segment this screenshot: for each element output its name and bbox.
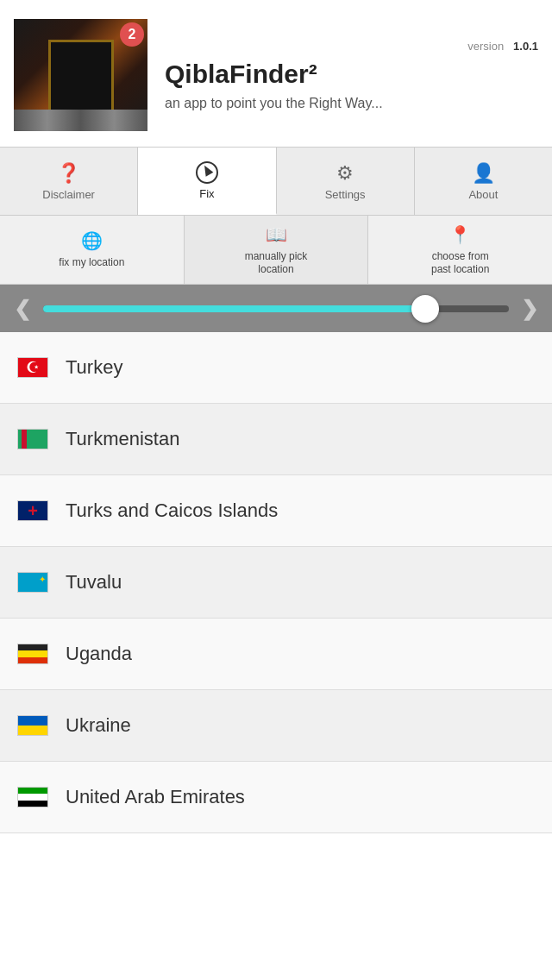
slider-fill <box>43 305 425 312</box>
nav-tabs: ❓ Disclaimer Fix ⚙ Settings 👤 About <box>0 147 552 216</box>
slider-track[interactable] <box>43 305 509 312</box>
disclaimer-icon: ❓ <box>57 162 80 185</box>
version-label: version <box>467 40 504 53</box>
flag-uae <box>17 787 48 807</box>
compass-icon <box>196 161 218 184</box>
fix-location-label: fix my location <box>59 256 124 268</box>
tab-disclaimer-label: Disclaimer <box>42 188 95 201</box>
version-number: 1.0.1 <box>513 40 538 53</box>
flag-turkmenistan <box>17 429 48 449</box>
country-name: Uganda <box>66 643 132 665</box>
app-logo-container: 2 <box>14 19 147 131</box>
flag-turkey <box>17 357 48 378</box>
app-title: QiblaFinder² <box>165 60 538 89</box>
list-item[interactable]: Uganda <box>0 619 552 690</box>
slider-container: ❮ ❯ <box>0 285 552 332</box>
flag-tuvalu <box>17 572 48 593</box>
book-icon: 📖 <box>266 224 287 245</box>
compass-arrow <box>201 163 214 176</box>
notification-badge: 2 <box>120 22 144 47</box>
country-name: Turkey <box>66 356 122 379</box>
country-name: Ukraine <box>66 714 131 737</box>
country-name: Tuvalu <box>66 571 122 594</box>
tab-settings[interactable]: ⚙ Settings <box>277 148 415 215</box>
country-name: Turkmenistan <box>66 428 179 450</box>
past-location-btn[interactable]: 📍 choose from past location <box>368 216 552 284</box>
list-item[interactable]: Ukraine <box>0 690 552 762</box>
slider-right-chevron[interactable]: ❯ <box>516 297 543 321</box>
app-header: 2 version 1.0.1 QiblaFinder² an app to p… <box>0 0 552 147</box>
fix-my-location-btn[interactable]: 🌐 fix my location <box>0 216 185 284</box>
list-item[interactable]: Tuvalu <box>0 547 552 619</box>
slider-left-chevron[interactable]: ❮ <box>9 297 36 321</box>
country-name: Turks and Caicos Islands <box>66 499 278 522</box>
list-item[interactable]: United Arab Emirates <box>0 762 552 833</box>
slider-thumb[interactable] <box>411 295 439 323</box>
tab-about-label: About <box>468 188 498 201</box>
tab-fix[interactable]: Fix <box>138 148 276 215</box>
app-subtitle: an app to point you the Right Way... <box>165 96 538 111</box>
flag-uganda <box>17 644 48 664</box>
country-list: Turkey Turkmenistan Turks and Caicos Isl… <box>0 332 552 833</box>
past-location-label: choose from past location <box>422 250 499 275</box>
list-item[interactable]: Turkmenistan <box>0 404 552 475</box>
list-item[interactable]: Turks and Caicos Islands <box>0 475 552 547</box>
settings-icon: ⚙ <box>336 162 354 185</box>
tab-settings-label: Settings <box>325 188 366 201</box>
flag-ukraine <box>17 715 48 736</box>
manually-pick-btn[interactable]: 📖 manually pick location <box>185 216 369 284</box>
list-item[interactable]: Turkey <box>0 332 552 404</box>
app-info: version 1.0.1 QiblaFinder² an app to poi… <box>147 40 538 111</box>
tab-disclaimer[interactable]: ❓ Disclaimer <box>0 148 138 215</box>
tab-fix-label: Fix <box>199 187 214 200</box>
version-line: version 1.0.1 <box>165 40 538 53</box>
tab-about[interactable]: 👤 About <box>415 148 552 215</box>
country-name: United Arab Emirates <box>66 786 245 808</box>
globe-icon: 🌐 <box>81 230 103 251</box>
manually-pick-label: manually pick location <box>237 250 315 275</box>
pin-icon: 📍 <box>449 224 471 245</box>
sub-nav: 🌐 fix my location 📖 manually pick locati… <box>0 216 552 285</box>
flag-turks <box>17 500 48 521</box>
person-icon: 👤 <box>472 162 495 185</box>
